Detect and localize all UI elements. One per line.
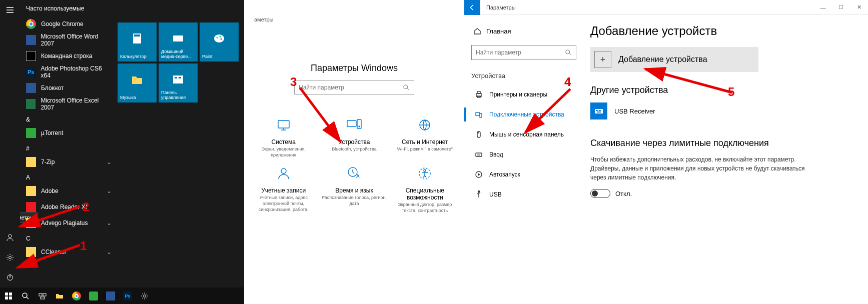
sidebar-section-header: Устройства [471, 72, 577, 80]
utorrent-icon [26, 128, 36, 138]
svg-rect-43 [476, 112, 480, 116]
taskbar-explorer-icon[interactable] [51, 288, 68, 304]
metered-toggle[interactable]: Откл. [590, 189, 854, 198]
category-time[interactable]: АВремя и языкРаспознавание голоса, регио… [319, 163, 389, 214]
svg-rect-13 [179, 77, 181, 78]
nav-usb[interactable]: USB [471, 184, 577, 204]
nav-printer[interactable]: Принтеры и сканеры [471, 84, 577, 104]
svg-rect-20 [39, 294, 42, 296]
app-item[interactable]: Adobe Reader XI [20, 199, 118, 215]
svg-point-8 [217, 37, 218, 38]
category-devices[interactable]: УстройстваBluetooth, устройства [319, 114, 389, 158]
category-accounts[interactable]: Учетные записиУчетные записи, адрес элек… [248, 163, 319, 214]
sidebar-nav: Принтеры и сканерыПодключенные устройств… [471, 84, 577, 204]
annotation-5: 5 [728, 85, 734, 99]
time-icon: А [321, 163, 387, 184]
settings-search-input[interactable]: Найти параметр [294, 80, 414, 94]
svg-line-39 [569, 54, 571, 56]
power-icon[interactable] [0, 268, 20, 288]
search-icon [565, 49, 572, 56]
home-link[interactable]: Главная [471, 24, 577, 38]
metered-heading: Скачивание через лимитные подключения [590, 138, 854, 149]
cmd-icon [26, 51, 36, 61]
plus-icon: + [594, 51, 611, 68]
app-cmd[interactable]: Командная строка [20, 48, 118, 64]
app-item[interactable]: Advego Plagiatus⌄ [20, 215, 118, 231]
app-item[interactable]: CCleaner⌄ [20, 244, 118, 260]
accounts-icon [250, 163, 317, 184]
hamburger-icon[interactable] [0, 0, 20, 20]
keyboard-icon [474, 150, 483, 159]
settings-content: Добавление устройств + Добавление устрой… [584, 15, 868, 304]
svg-point-0 [9, 234, 12, 238]
adobe-reader-icon [26, 202, 36, 212]
add-device-button[interactable]: + Добавление устройства [590, 47, 758, 72]
nav-keyboard[interactable]: Ввод [471, 144, 577, 164]
ccleaner-icon [26, 247, 36, 257]
svg-line-19 [27, 297, 29, 299]
device-item[interactable]: USB Receiver [590, 102, 854, 120]
letter-header[interactable]: & [20, 112, 118, 125]
taskbar-chrome-icon[interactable] [68, 288, 85, 304]
maximize-button[interactable]: ☐ [832, 0, 850, 15]
other-devices-heading: Другие устройства [590, 85, 854, 96]
svg-point-51 [478, 191, 480, 192]
close-button[interactable]: ✕ [850, 0, 868, 15]
svg-rect-21 [43, 294, 46, 296]
toggle-switch-icon [590, 189, 610, 198]
settings-categories: СистемаЭкран, уведомления, приложенияУст… [244, 114, 464, 214]
tile-calc[interactable]: Калькулятор [118, 22, 157, 62]
task-view-icon[interactable] [34, 288, 51, 304]
app-item[interactable]: µTorrent [20, 125, 118, 141]
taskbar-utorrent-icon[interactable] [85, 288, 102, 304]
taskbar: Ps [0, 288, 244, 304]
app-item[interactable]: 7-Zip⌄ [20, 154, 118, 170]
app-chrome[interactable]: Google Chrome [20, 16, 118, 32]
letter-header[interactable]: A [20, 170, 118, 183]
nav-mouse[interactable]: Мышь и сенсорная панель [471, 124, 577, 144]
app-item[interactable]: Adobe⌄ [20, 183, 118, 199]
tile-folder[interactable]: Музыка [118, 64, 157, 102]
content-heading: Добавление устройств [590, 24, 854, 38]
titlebar: Параметры — ☐ ✕ [464, 0, 868, 15]
category-system[interactable]: СистемаЭкран, уведомления, приложения [248, 114, 319, 158]
tile-paint[interactable]: Paint [200, 22, 239, 62]
letter-header[interactable]: C [20, 231, 118, 244]
tile-media[interactable]: Домашний медиа-серве... [159, 22, 198, 62]
svg-rect-52 [595, 109, 603, 114]
mouse-icon [474, 130, 483, 139]
app-notepad[interactable]: Блокнот [20, 80, 118, 96]
svg-rect-22 [41, 297, 45, 299]
app-ps[interactable]: PsAdobe Photoshop CS6 x64 [20, 64, 118, 80]
minimize-button[interactable]: — [814, 0, 832, 15]
metered-description: Чтобы избежать дополнительных расходов, … [590, 155, 805, 182]
annotation-1: 1 [80, 239, 87, 253]
network-icon [392, 114, 458, 136]
svg-rect-17 [9, 296, 12, 300]
taskbar-word-icon[interactable] [102, 288, 119, 304]
category-network[interactable]: Сеть и ИнтернетWi-Fi, режим " в самолете… [390, 114, 460, 158]
svg-point-31 [359, 126, 360, 127]
nav-autoplay[interactable]: Автозапуск [471, 164, 577, 184]
letter-header[interactable]: # [20, 141, 118, 154]
tile-panel[interactable]: Панель управления [159, 64, 198, 102]
media-icon [171, 32, 185, 46]
taskbar-settings-icon[interactable] [136, 288, 153, 304]
app-excel[interactable]: Microsoft Office Excel 2007 [20, 96, 118, 112]
back-button[interactable] [464, 0, 480, 15]
search-placeholder: Найти параметр [476, 49, 521, 56]
app-word[interactable]: Microsoft Office Word 2007 [20, 32, 118, 48]
ease-icon [392, 163, 458, 184]
category-ease[interactable]: Специальные возможностиЭкранный диктор, … [390, 163, 460, 214]
settings-gear-icon[interactable] [0, 248, 20, 268]
home-icon [473, 27, 481, 35]
account-icon[interactable] [0, 228, 20, 248]
start-button[interactable] [0, 288, 17, 304]
svg-rect-57 [597, 112, 601, 112]
svg-rect-29 [347, 120, 356, 126]
nav-connected[interactable]: Подключенные устройства [471, 104, 577, 124]
search-icon[interactable] [17, 288, 34, 304]
sidebar-search-input[interactable]: Найти параметр [471, 45, 576, 60]
annotation-2: 2 [83, 200, 89, 214]
taskbar-photoshop-icon[interactable]: Ps [119, 288, 136, 304]
